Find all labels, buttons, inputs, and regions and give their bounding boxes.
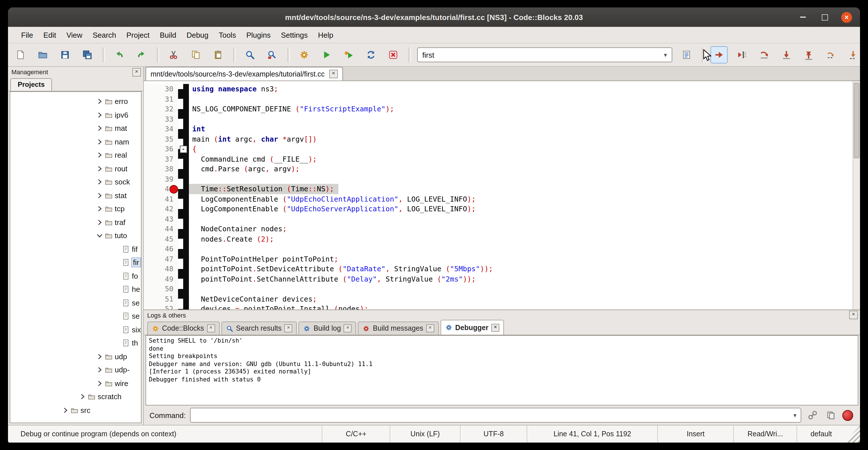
menu-view[interactable]: View <box>61 31 88 39</box>
paste-button[interactable] <box>210 47 226 63</box>
breakpoint-margin[interactable] <box>178 234 189 244</box>
tree-item-udp[interactable]: udp <box>10 350 141 363</box>
management-close-icon[interactable]: ✕ <box>132 68 141 76</box>
breakpoint-margin[interactable] <box>178 174 189 184</box>
code-line-34[interactable]: 34int <box>144 124 860 134</box>
breakpoint-margin[interactable] <box>178 154 189 164</box>
tree-item-fir[interactable]: fir <box>10 256 141 269</box>
run-button[interactable] <box>318 47 334 63</box>
breakpoint-margin[interactable] <box>178 194 189 204</box>
breakpoint-margin[interactable] <box>178 94 189 104</box>
tree-expander-icon[interactable] <box>96 152 103 159</box>
tree-item-udp-[interactable]: udp- <box>10 363 141 377</box>
code-line-50[interactable]: 50 <box>144 284 860 294</box>
menu-debug[interactable]: Debug <box>182 31 214 39</box>
breakpoint-margin[interactable] <box>178 284 189 294</box>
title-bar[interactable]: mnt/dev/tools/source/ns-3-dev/examples/t… <box>8 7 860 27</box>
tree-item-nam[interactable]: nam <box>10 135 141 148</box>
tree-item-scratch[interactable]: scratch <box>10 390 141 403</box>
tree-item-traf[interactable]: traf <box>10 216 141 229</box>
tree-expander-icon[interactable] <box>96 232 103 240</box>
code-line-32[interactable]: 32NS_LOG_COMPONENT_DEFINE ("FirstScriptE… <box>144 104 860 114</box>
code-line-30[interactable]: 30using namespace ns3; <box>144 84 860 94</box>
tree-expander-icon[interactable] <box>96 165 103 173</box>
step-into-instruction-button[interactable] <box>845 47 860 63</box>
tree-item-mat[interactable]: mat <box>10 122 141 135</box>
tree-expander-icon[interactable] <box>96 98 103 106</box>
tree-item-fo[interactable]: fo <box>10 269 141 283</box>
logs-tab-close-icon[interactable]: ✕ <box>207 324 215 332</box>
breakpoint-marker[interactable] <box>169 185 178 193</box>
replace-button[interactable] <box>264 47 280 63</box>
step-into-button[interactable] <box>778 47 795 63</box>
tree-item-real[interactable]: real <box>10 148 141 162</box>
menu-plugins[interactable]: Plugins <box>241 31 276 39</box>
breakpoint-margin[interactable] <box>178 114 189 124</box>
tree-item-fif[interactable]: fif <box>10 242 141 256</box>
logs-tab-search-results[interactable]: Search results✕ <box>221 322 297 335</box>
new-file-button[interactable] <box>12 47 29 63</box>
breakpoint-margin[interactable] <box>178 294 189 304</box>
breakpoint-margin[interactable]: - <box>178 144 189 154</box>
copy-output-button[interactable] <box>824 408 838 422</box>
breakpoint-margin[interactable] <box>178 254 189 264</box>
next-instruction-button[interactable] <box>823 47 839 63</box>
breakpoint-margin[interactable] <box>178 204 189 214</box>
code-line-40[interactable]: 40 Time::SetResolution (Time::NS); <box>144 184 860 194</box>
code-line-52[interactable]: 52 devices = pointToPoint.Install (nodes… <box>144 304 860 309</box>
menu-settings[interactable]: Settings <box>276 31 313 39</box>
breakpoint-margin[interactable] <box>178 134 189 144</box>
debugger-output[interactable]: Setting SHELL to '/bin/sh'doneSetting br… <box>146 335 858 406</box>
command-input[interactable] <box>191 411 789 419</box>
logs-tab-close-icon[interactable]: ✕ <box>426 324 434 332</box>
code-line-46[interactable]: 46 <box>144 244 860 254</box>
tree-item-stat[interactable]: stat <box>10 189 141 202</box>
logs-tab-debugger[interactable]: Debugger✕ <box>440 320 504 335</box>
menu-tools[interactable]: Tools <box>213 31 241 39</box>
tree-item-ipv6[interactable]: ipv6 <box>10 108 141 122</box>
breakpoint-margin[interactable] <box>178 84 189 94</box>
code-line-33[interactable]: 33 <box>144 114 860 124</box>
code-line-39[interactable]: 39 <box>144 174 860 184</box>
menu-help[interactable]: Help <box>313 31 338 39</box>
incremental-search-options-button[interactable] <box>679 47 694 63</box>
tree-expander-icon[interactable] <box>79 393 86 400</box>
breakpoint-margin[interactable] <box>178 274 189 284</box>
code-line-41[interactable]: 41 LogComponentEnable ("UdpEchoClientApp… <box>144 194 860 204</box>
code-line-37[interactable]: 37 CommandLine cmd (__FILE__); <box>144 154 860 164</box>
breakpoint-margin[interactable] <box>178 164 189 174</box>
minimize-button[interactable] <box>798 12 808 22</box>
code-line-49[interactable]: 49 pointToPoint.SetChannelAttribute ("De… <box>144 274 860 284</box>
tree-expander-icon[interactable] <box>96 366 103 374</box>
menu-search[interactable]: Search <box>88 31 121 39</box>
find-button[interactable] <box>242 47 258 63</box>
rebuild-button[interactable] <box>363 47 379 63</box>
breakpoint-margin[interactable] <box>178 184 189 194</box>
breakpoint-margin[interactable] <box>178 304 189 309</box>
close-button[interactable]: ✕ <box>841 12 852 23</box>
link-button[interactable] <box>806 408 819 422</box>
menu-file[interactable]: File <box>16 31 38 39</box>
logs-tab-build-messages[interactable]: Build messages✕ <box>358 322 439 335</box>
tree-expander-icon[interactable] <box>62 407 69 414</box>
code-line-51[interactable]: 51 NetDeviceContainer devices; <box>144 294 860 304</box>
code-line-31[interactable]: 31 <box>144 94 860 104</box>
breakpoint-margin[interactable] <box>178 264 189 274</box>
tree-item-se[interactable]: se <box>10 309 141 323</box>
code-editor[interactable]: 30using namespace ns3;3132NS_LOG_COMPONE… <box>144 81 860 309</box>
tree-item-se[interactable]: se <box>10 296 141 309</box>
tab-projects[interactable]: Projects <box>10 78 52 91</box>
record-button[interactable] <box>842 410 853 421</box>
tree-item-th[interactable]: th <box>10 336 141 350</box>
logs-close-icon[interactable]: ✕ <box>849 311 858 319</box>
tree-item-he[interactable]: he <box>10 283 141 296</box>
code-line-45[interactable]: 45 nodes.Create (2); <box>144 234 860 244</box>
abort-build-button[interactable] <box>385 47 401 63</box>
resize-grip[interactable] <box>845 425 860 443</box>
code-line-43[interactable]: 43 <box>144 214 860 224</box>
maximize-button[interactable] <box>819 12 830 22</box>
tree-expander-icon[interactable] <box>96 219 103 226</box>
copy-button[interactable] <box>188 47 204 63</box>
save-all-button[interactable] <box>79 47 95 63</box>
logs-tab-code-blocks[interactable]: Code::Blocks✕ <box>147 322 219 335</box>
